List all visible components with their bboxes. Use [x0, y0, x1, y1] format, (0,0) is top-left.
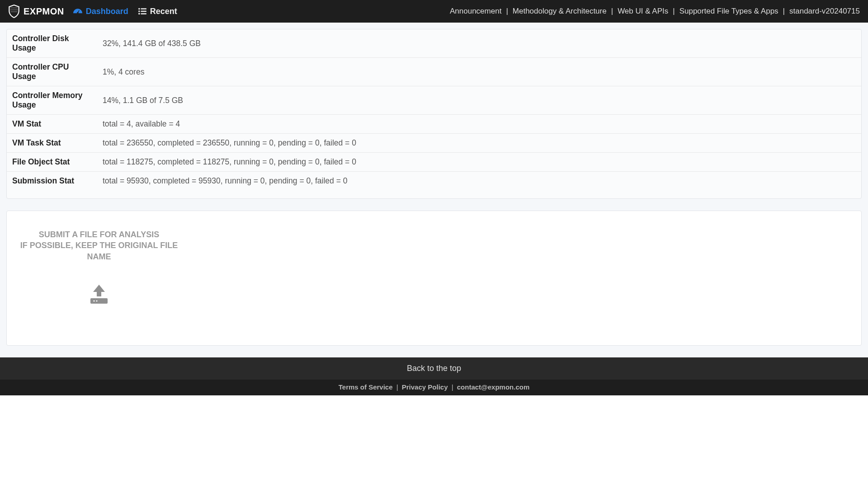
- nav-right: Announcement | Methodology & Architectur…: [450, 7, 860, 16]
- svg-rect-7: [141, 13, 146, 14]
- stats-row: File Object Stattotal = 118275, complete…: [7, 153, 861, 172]
- stats-label: Controller CPU Usage: [7, 58, 97, 86]
- stats-row: Submission Stattotal = 95930, completed …: [7, 172, 861, 191]
- stats-label: Submission Stat: [7, 172, 97, 191]
- stats-value: 1%, 4 cores: [97, 58, 861, 86]
- footer-top: Back to the top: [0, 357, 868, 380]
- stats-label: VM Task Stat: [7, 134, 97, 153]
- nav-sep: |: [673, 7, 675, 16]
- upload-line1: SUBMIT A FILE FOR ANALYSIS: [39, 230, 159, 239]
- svg-rect-5: [141, 11, 146, 12]
- page: Controller Disk Usage32%, 141.4 GB of 43…: [0, 23, 868, 357]
- brand-name: EXPMON: [24, 6, 64, 17]
- stats-table: Controller Disk Usage32%, 141.4 GB of 43…: [7, 29, 861, 190]
- stats-row: Controller CPU Usage1%, 4 cores: [7, 58, 861, 86]
- nav-dashboard[interactable]: Dashboard: [73, 7, 128, 16]
- upload-dropzone[interactable]: SUBMIT A FILE FOR ANALYSIS IF POSSIBLE, …: [18, 229, 180, 305]
- navbar: EXPMON Dashboard Recent: [0, 0, 868, 23]
- upload-card[interactable]: SUBMIT A FILE FOR ANALYSIS IF POSSIBLE, …: [6, 211, 862, 346]
- svg-point-4: [138, 10, 140, 12]
- svg-point-9: [93, 300, 94, 301]
- nav-link-version[interactable]: standard-v20240715: [789, 7, 860, 16]
- list-icon: [138, 8, 146, 15]
- svg-rect-3: [141, 8, 146, 9]
- upload-icon: [18, 284, 180, 305]
- brand[interactable]: EXPMON: [8, 5, 64, 18]
- tachometer-icon: [73, 8, 82, 15]
- footer-bottom: Terms of Service | Privacy Policy | cont…: [0, 380, 868, 395]
- back-to-top-link[interactable]: Back to the top: [407, 364, 461, 373]
- nav-sep: |: [783, 7, 785, 16]
- stats-value: total = 4, available = 4: [97, 115, 861, 134]
- stats-value: 32%, 141.4 GB of 438.5 GB: [97, 29, 861, 58]
- nav-link-methodology[interactable]: Methodology & Architecture: [513, 7, 607, 16]
- svg-point-10: [96, 300, 97, 301]
- stats-value: total = 236550, completed = 236550, runn…: [97, 134, 861, 153]
- nav-recent[interactable]: Recent: [138, 7, 177, 16]
- stats-row: Controller Memory Usage14%, 1.1 GB of 7.…: [7, 86, 861, 115]
- svg-point-2: [138, 8, 140, 10]
- nav-sep: |: [611, 7, 613, 16]
- contact-link[interactable]: contact@expmon.com: [457, 383, 530, 391]
- stats-label: VM Stat: [7, 115, 97, 134]
- svg-point-6: [138, 13, 140, 15]
- stats-label: Controller Disk Usage: [7, 29, 97, 58]
- upload-line2: IF POSSIBLE, KEEP THE ORIGINAL FILE NAME: [18, 240, 180, 262]
- svg-rect-8: [90, 298, 108, 304]
- stats-value: total = 95930, completed = 95930, runnin…: [97, 172, 861, 191]
- stats-row: VM Stattotal = 4, available = 4: [7, 115, 861, 134]
- stats-label: File Object Stat: [7, 153, 97, 172]
- nav-recent-label: Recent: [150, 7, 177, 16]
- stats-value: total = 118275, completed = 118275, runn…: [97, 153, 861, 172]
- shield-icon: [8, 5, 20, 18]
- footer-sep: |: [452, 383, 453, 391]
- privacy-link[interactable]: Privacy Policy: [402, 383, 448, 391]
- stats-value: 14%, 1.1 GB of 7.5 GB: [97, 86, 861, 115]
- nav-link-webui[interactable]: Web UI & APIs: [618, 7, 668, 16]
- nav-sep: |: [506, 7, 508, 16]
- stats-row: VM Task Stattotal = 236550, completed = …: [7, 134, 861, 153]
- nav-left: Dashboard Recent: [73, 7, 177, 16]
- stats-row: Controller Disk Usage32%, 141.4 GB of 43…: [7, 29, 861, 58]
- stats-label: Controller Memory Usage: [7, 86, 97, 115]
- nav-link-filetypes[interactable]: Supported File Types & Apps: [679, 7, 778, 16]
- nav-link-announcement[interactable]: Announcement: [450, 7, 501, 16]
- nav-dashboard-label: Dashboard: [86, 7, 128, 16]
- footer-sep: |: [396, 383, 398, 391]
- stats-card: Controller Disk Usage32%, 141.4 GB of 43…: [6, 29, 862, 199]
- terms-link[interactable]: Terms of Service: [339, 383, 393, 391]
